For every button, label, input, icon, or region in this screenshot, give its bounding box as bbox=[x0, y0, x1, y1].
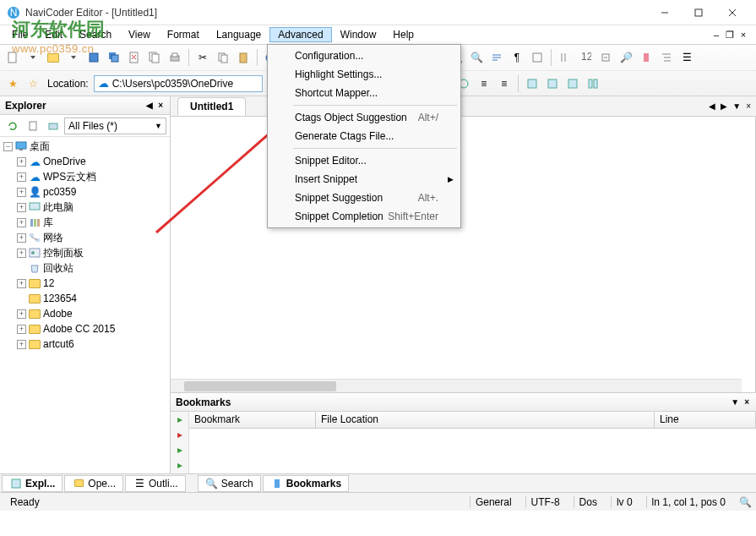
tb2-btn[interactable] bbox=[563, 74, 582, 93]
expand-icon[interactable]: + bbox=[17, 309, 26, 319]
menu-item-snippet-suggestion[interactable]: Snippet SuggestionAlt+. bbox=[269, 189, 459, 207]
expand-icon[interactable]: + bbox=[17, 249, 26, 258]
zoom-out-button[interactable]: 🔍 bbox=[467, 48, 486, 67]
panel-close-icon[interactable]: × bbox=[156, 101, 165, 110]
close-all-button[interactable] bbox=[145, 48, 164, 67]
favorite-button[interactable]: ★ bbox=[3, 74, 22, 93]
open-button[interactable] bbox=[44, 48, 63, 67]
location-input[interactable]: ☁ C:\Users\pc0359\OneDrive bbox=[94, 75, 263, 92]
tree-item-folder[interactable]: +Adobe bbox=[0, 306, 170, 321]
outline-panel-button[interactable] bbox=[657, 48, 676, 67]
panel-collapse-icon[interactable]: ◀ bbox=[144, 101, 155, 110]
menu-help[interactable]: Help bbox=[384, 27, 422, 42]
fold-button[interactable] bbox=[596, 48, 615, 67]
bm-next-icon[interactable]: ▸ bbox=[177, 444, 182, 456]
tb2-btn[interactable]: ≡ bbox=[475, 74, 493, 93]
col-line[interactable]: Line bbox=[655, 412, 756, 428]
copy-button[interactable] bbox=[214, 48, 232, 67]
expand-icon[interactable]: + bbox=[17, 188, 26, 197]
new-file-button[interactable] bbox=[3, 48, 22, 67]
menu-language[interactable]: Language bbox=[208, 27, 269, 42]
bottom-tab-search[interactable]: 🔍Search bbox=[198, 475, 261, 492]
expand-icon[interactable]: + bbox=[17, 172, 26, 182]
tree-root[interactable]: − 桌面 bbox=[0, 139, 170, 154]
menu-file[interactable]: File bbox=[3, 27, 36, 42]
menu-format[interactable]: Format bbox=[159, 27, 208, 42]
menu-item-snippet-completion[interactable]: Snippet CompletionShift+Enter bbox=[269, 207, 459, 226]
menu-item-highlight-settings[interactable]: Highlight Settings... bbox=[269, 65, 459, 84]
panel-close-icon[interactable]: × bbox=[742, 397, 751, 407]
close-button[interactable] bbox=[715, 1, 749, 25]
menu-view[interactable]: View bbox=[120, 27, 159, 42]
list-button[interactable]: ☰ bbox=[677, 48, 696, 67]
tree-item-library[interactable]: +库 bbox=[0, 215, 170, 230]
tree-item-thispc[interactable]: +此电脑 bbox=[0, 200, 170, 215]
zoom-icon[interactable]: 🔍 bbox=[739, 496, 751, 508]
expand-icon[interactable]: + bbox=[17, 233, 26, 243]
bottom-tab-outline[interactable]: ☰Outli... bbox=[125, 475, 186, 492]
new-file-icon[interactable] bbox=[24, 117, 42, 135]
print-button[interactable] bbox=[166, 48, 184, 67]
save-button[interactable] bbox=[84, 48, 103, 67]
panel-collapse-icon[interactable]: ▼ bbox=[729, 397, 741, 407]
expand-icon[interactable]: + bbox=[17, 203, 26, 212]
minimize-button[interactable] bbox=[648, 1, 682, 25]
bottom-tab-bookmarks[interactable]: Bookmarks bbox=[263, 475, 349, 492]
cut-button[interactable]: ✂ bbox=[193, 48, 212, 67]
tree-item-wps[interactable]: +☁WPS云文档 bbox=[0, 169, 170, 184]
tree-item-user[interactable]: +👤pc0359 bbox=[0, 184, 170, 200]
menu-item-configuration[interactable]: Configuration... bbox=[269, 46, 459, 65]
scrollbar-thumb[interactable] bbox=[184, 381, 336, 391]
close-doc-button[interactable] bbox=[125, 48, 144, 67]
document-tab-untitled1[interactable]: Untitled1 bbox=[177, 97, 246, 116]
expand-icon[interactable]: + bbox=[17, 157, 26, 167]
favorite-add-button[interactable]: ☆ bbox=[24, 74, 42, 93]
tb2-btn[interactable] bbox=[584, 74, 602, 93]
bm-prev-icon[interactable]: ▸ bbox=[177, 459, 182, 471]
menu-item-generate-ctags[interactable]: Generate Ctags File... bbox=[269, 127, 459, 145]
menu-window[interactable]: Window bbox=[332, 27, 385, 42]
bottom-tab-open[interactable]: Ope... bbox=[64, 475, 123, 492]
menu-edit[interactable]: Edit bbox=[36, 27, 71, 42]
col-bookmark[interactable]: Bookmark bbox=[189, 412, 316, 428]
expand-icon[interactable]: + bbox=[17, 218, 26, 227]
tree-item-folder[interactable]: 123654 bbox=[0, 291, 170, 306]
tree-item-folder[interactable]: +artcut6 bbox=[0, 336, 170, 352]
menu-item-ctags-suggestion[interactable]: Ctags Object SuggestionAlt+/ bbox=[269, 108, 459, 127]
tree-item-controlpanel[interactable]: +控制面板 bbox=[0, 245, 170, 260]
expand-icon[interactable]: + bbox=[17, 340, 26, 349]
tb2-btn[interactable]: ≡ bbox=[495, 74, 514, 93]
bm-remove-icon[interactable]: ▸ bbox=[177, 429, 182, 440]
tree-item-folder[interactable]: +Adobe CC 2015 bbox=[0, 321, 170, 336]
word-wrap-button[interactable] bbox=[487, 48, 506, 67]
bookmark-panel-button[interactable] bbox=[637, 48, 655, 67]
tab-next-icon[interactable]: ▶ bbox=[719, 101, 729, 111]
menu-item-shortcut-mapper[interactable]: Shortcut Mapper... bbox=[269, 84, 459, 102]
refresh-button[interactable] bbox=[3, 117, 22, 135]
new-file-dropdown-button[interactable] bbox=[24, 48, 42, 67]
maximize-button[interactable] bbox=[682, 1, 715, 25]
tree-item-network[interactable]: +网络 bbox=[0, 230, 170, 245]
save-all-button[interactable] bbox=[105, 48, 123, 67]
menu-advanced[interactable]: Advanced bbox=[269, 27, 331, 42]
tab-prev-icon[interactable]: ◀ bbox=[707, 101, 717, 111]
menu-item-snippet-editor[interactable]: Snippet Editor... bbox=[269, 151, 459, 170]
line-numbers-button[interactable]: 12 bbox=[576, 48, 595, 67]
editor-canvas[interactable] bbox=[171, 117, 756, 392]
tb2-btn[interactable] bbox=[523, 74, 541, 93]
expand-icon[interactable]: + bbox=[17, 279, 26, 288]
horizontal-scrollbar[interactable] bbox=[171, 379, 742, 392]
paste-button[interactable] bbox=[234, 48, 253, 67]
file-filter-input[interactable]: All Files (*) ▼ bbox=[64, 118, 166, 134]
menu-search[interactable]: Search bbox=[71, 27, 120, 42]
tree-item-recyclebin[interactable]: 回收站 bbox=[0, 260, 170, 276]
tree-item-onedrive[interactable]: +☁OneDrive bbox=[0, 154, 170, 169]
sync-button[interactable] bbox=[44, 117, 63, 135]
tb2-btn[interactable] bbox=[543, 74, 562, 93]
expand-icon[interactable]: + bbox=[17, 325, 26, 334]
indent-guide-button[interactable] bbox=[556, 48, 574, 67]
collapse-icon[interactable]: − bbox=[3, 142, 13, 151]
tree-item-folder[interactable]: +12 bbox=[0, 276, 170, 291]
menu-item-insert-snippet[interactable]: Insert Snippet▶ bbox=[269, 170, 459, 189]
tab-close-icon[interactable]: × bbox=[744, 101, 753, 111]
